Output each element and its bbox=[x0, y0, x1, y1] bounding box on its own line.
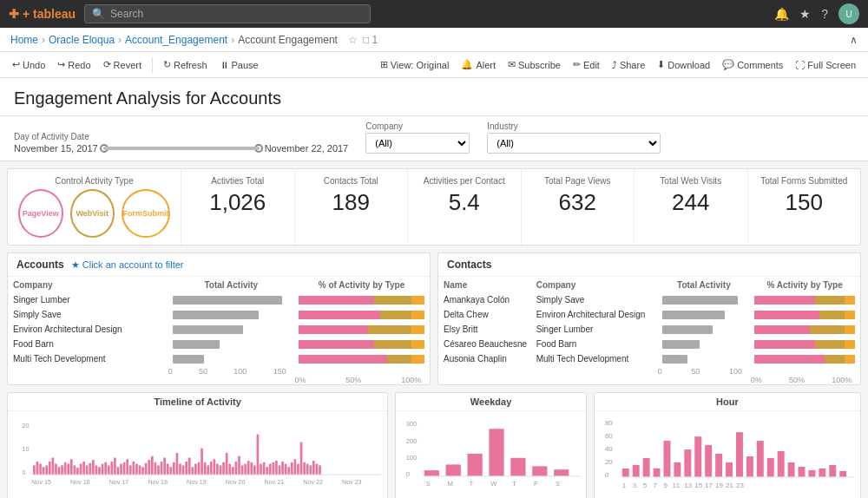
table-row[interactable]: Césareo Beauchesne Food Barn bbox=[440, 337, 858, 351]
svg-text:T: T bbox=[470, 480, 474, 488]
undo-icon: ↩ bbox=[12, 59, 20, 70]
svg-rect-132 bbox=[643, 458, 650, 477]
svg-text:20: 20 bbox=[605, 458, 613, 466]
kpi-activities-total-label: Activties Total bbox=[192, 176, 284, 186]
table-row[interactable]: Delta Chew Environ Architectural Design bbox=[440, 308, 858, 321]
svg-rect-67 bbox=[232, 467, 234, 475]
weekday-panel: Weekday 300 200 100 0 bbox=[395, 392, 587, 498]
table-row[interactable]: Singer Lumber bbox=[10, 293, 428, 306]
full-screen-icon: ⛶ bbox=[795, 60, 805, 70]
weekday-title: Weekday bbox=[396, 393, 586, 411]
svg-text:40: 40 bbox=[605, 445, 613, 453]
svg-rect-52 bbox=[185, 462, 187, 475]
industry-label: Industry bbox=[487, 121, 661, 131]
alert-icon[interactable]: 🔔 bbox=[774, 7, 789, 21]
svg-rect-26 bbox=[104, 462, 107, 475]
col-pct-activity: % of Activity by Type bbox=[295, 278, 428, 292]
kpi-contacts-total-label: Contacts Total bbox=[306, 176, 398, 186]
kpi-control-type: Control Activity Type PageView WebVisit … bbox=[8, 169, 181, 245]
download-button[interactable]: ⬇ Download bbox=[652, 57, 715, 72]
alert-button[interactable]: 🔔 Alert bbox=[456, 57, 501, 72]
star-icon[interactable]: ★ bbox=[799, 7, 811, 21]
timeline-title: Timeline of Activity bbox=[8, 393, 387, 411]
revert-button[interactable]: ⟳ Revert bbox=[98, 57, 147, 72]
circle-pageview[interactable]: PageView bbox=[18, 189, 63, 238]
svg-rect-133 bbox=[653, 469, 660, 477]
svg-rect-47 bbox=[169, 467, 172, 475]
circle-formsubmit[interactable]: FormSubmit bbox=[122, 189, 170, 238]
kpi-wv-value: 244 bbox=[645, 189, 737, 216]
contact-company: Singer Lumber bbox=[533, 323, 657, 336]
svg-rect-51 bbox=[182, 465, 185, 475]
industry-select[interactable]: (All) bbox=[487, 133, 661, 154]
avatar[interactable]: U bbox=[838, 3, 859, 24]
svg-rect-6 bbox=[43, 467, 45, 475]
svg-text:W: W bbox=[491, 480, 498, 488]
table-row[interactable]: Multi Tech Development bbox=[10, 352, 428, 365]
view-original-button[interactable]: ⊞ View: Original bbox=[375, 57, 455, 72]
svg-text:10: 10 bbox=[23, 446, 30, 453]
kpi-apc-label: Activities per Contact bbox=[418, 176, 510, 186]
svg-rect-29 bbox=[114, 457, 116, 475]
contact-company: Multi Tech Development bbox=[533, 352, 657, 365]
share-button[interactable]: ⤴ Share bbox=[607, 57, 650, 72]
kpi-activities-per-contact: Activities per Contact 5.4 bbox=[408, 169, 522, 245]
company-select[interactable]: (All) bbox=[365, 133, 470, 154]
collapse-icon[interactable]: ∧ bbox=[850, 34, 858, 46]
table-row[interactable]: Environ Architectural Design bbox=[10, 323, 428, 336]
contact-activity-bar bbox=[659, 337, 750, 351]
favorite-icon[interactable]: ☆ bbox=[348, 34, 358, 46]
contacts-axis: 0 50 100 bbox=[438, 367, 860, 376]
breadcrumb: Home › Oracle Eloqua › Account_Engagemen… bbox=[0, 28, 868, 52]
search-icon: 🔍 bbox=[92, 8, 105, 20]
svg-text:Nov 18: Nov 18 bbox=[148, 479, 168, 486]
kpi-pv-label: Total Page Views bbox=[532, 176, 624, 186]
kpi-page-views: Total Page Views 632 bbox=[522, 169, 635, 245]
svg-text:S: S bbox=[426, 480, 431, 488]
table-row[interactable]: Simply Save bbox=[10, 308, 428, 321]
account-name: Singer Lumber bbox=[10, 293, 168, 306]
circle-webvisit[interactable]: WebVisit bbox=[70, 189, 115, 238]
subscribe-button[interactable]: ✉ Subscribe bbox=[503, 57, 566, 72]
table-row[interactable]: Ausonia Chaplin Multi Tech Development bbox=[440, 352, 858, 365]
date-start: November 15, 2017 bbox=[14, 143, 98, 154]
comments-button[interactable]: 💬 Comments bbox=[717, 57, 788, 72]
contact-name: Césareo Beauchesne bbox=[440, 337, 531, 351]
date-slider[interactable]: November 15, 2017 November 22, 2017 bbox=[14, 143, 348, 154]
account-pct-bar bbox=[295, 352, 428, 365]
contact-activity-bar bbox=[659, 293, 750, 306]
svg-rect-28 bbox=[110, 462, 113, 475]
table-row[interactable]: Food Barn bbox=[10, 337, 428, 351]
pause-button[interactable]: ⏸ Pause bbox=[214, 58, 264, 72]
svg-text:Nov 16: Nov 16 bbox=[70, 479, 90, 486]
svg-text:60: 60 bbox=[605, 432, 613, 440]
table-row[interactable]: Elsy Britt Singer Lumber bbox=[440, 323, 858, 336]
svg-text:0: 0 bbox=[406, 470, 410, 478]
col-contact-pct-activity: % Activity by Type bbox=[751, 278, 858, 292]
svg-rect-110 bbox=[424, 470, 439, 476]
account-activity-bar bbox=[169, 293, 293, 306]
table-row[interactable]: Amankaya Colón Simply Save bbox=[440, 293, 858, 306]
industry-filter: Industry (All) bbox=[487, 121, 661, 154]
col-total-activity: Total Activity bbox=[169, 278, 293, 292]
slider-track[interactable] bbox=[103, 147, 260, 150]
breadcrumb-home[interactable]: Home bbox=[10, 34, 38, 46]
redo-button[interactable]: ↪ Redo bbox=[52, 57, 95, 72]
help-icon[interactable]: ? bbox=[821, 7, 828, 21]
full-screen-button[interactable]: ⛶ Full Screen bbox=[790, 57, 861, 72]
svg-rect-55 bbox=[194, 464, 197, 475]
accounts-filter-link[interactable]: ★ Click an account to filter bbox=[71, 259, 184, 271]
contact-pct-bar bbox=[751, 337, 858, 351]
breadcrumb-parent1[interactable]: Oracle Eloqua bbox=[49, 34, 115, 46]
edit-button[interactable]: ✏ Edit bbox=[568, 57, 605, 72]
toolbar-sep1 bbox=[152, 57, 153, 73]
refresh-button[interactable]: ↻ Refresh bbox=[158, 57, 213, 72]
svg-rect-66 bbox=[228, 464, 231, 475]
undo-button[interactable]: ↩ Undo bbox=[7, 57, 50, 72]
contact-pct-bar bbox=[751, 308, 858, 321]
kpi-pv-value: 632 bbox=[532, 189, 624, 216]
edit-icon: ✏ bbox=[573, 59, 581, 70]
breadcrumb-parent2[interactable]: Account_Engagement bbox=[125, 34, 227, 46]
svg-rect-56 bbox=[198, 462, 201, 475]
search-bar[interactable]: 🔍 Search bbox=[84, 4, 371, 23]
